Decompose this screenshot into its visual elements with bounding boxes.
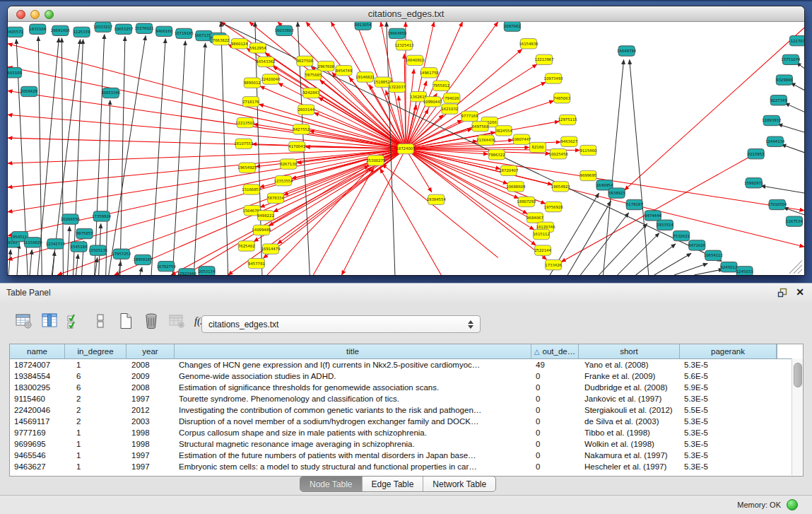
network-node-9896012[interactable]: 9896012 xyxy=(244,78,261,88)
network-node-1322037[interactable]: 1322037 xyxy=(389,82,406,92)
black-edge[interactable] xyxy=(580,213,628,275)
cell-name[interactable]: 9777169 xyxy=(10,427,65,438)
network-node-12213503[interactable]: 12213503 xyxy=(235,117,254,127)
network-node-7485063[interactable]: 7485063 xyxy=(553,93,570,103)
black-edge[interactable] xyxy=(95,257,98,275)
network-node-16033803[interactable]: 16033803 xyxy=(275,25,294,35)
black-edge[interactable] xyxy=(67,226,69,275)
black-edge[interactable] xyxy=(76,254,78,275)
network-node-9457791[interactable]: 9457791 xyxy=(248,258,265,268)
black-edge[interactable] xyxy=(140,267,142,275)
network-node-1125339[interactable]: 1125339 xyxy=(73,27,90,37)
red-edge[interactable] xyxy=(260,86,406,149)
table-row[interactable]: 1872400712008Changes of HCN gene express… xyxy=(10,359,803,370)
network-node-8215953[interactable]: 8215953 xyxy=(748,149,765,159)
cell-name[interactable]: 22420046 xyxy=(10,404,65,416)
network-node-18107553[interactable]: 18107553 xyxy=(234,139,253,148)
network-node-6179197[interactable]: 6179197 xyxy=(626,199,643,209)
network-node-12353554[interactable]: 12353554 xyxy=(274,175,294,185)
cell-name[interactable]: 9463627 xyxy=(10,461,65,472)
network-node-16782759[interactable]: 16782759 xyxy=(157,262,177,271)
black-edge[interactable] xyxy=(151,39,165,275)
network-node-9474444[interactable]: 9474444 xyxy=(645,211,661,221)
network-node-18807293[interactable]: 18807293 xyxy=(517,197,536,206)
cell-year[interactable]: 2008 xyxy=(126,382,175,393)
network-node-8813054[interactable]: 8813054 xyxy=(355,22,372,30)
cell-pagerank[interactable]: 5.6E-5 xyxy=(680,370,777,382)
network-node-8267130[interactable]: 8267130 xyxy=(280,159,297,169)
cell-year[interactable]: 1998 xyxy=(126,438,175,450)
network-node-12923448[interactable]: 12923448 xyxy=(177,269,197,275)
cell-pagerank[interactable]: 5.3E-5 xyxy=(680,416,777,427)
network-node-9227349[interactable]: 9227349 xyxy=(770,95,787,105)
network-node-9242843[interactable]: 9242843 xyxy=(302,88,319,98)
network-node-9860124[interactable]: 9860124 xyxy=(231,39,248,49)
black-edge[interactable] xyxy=(694,269,723,275)
tab-network-table[interactable]: Network Table xyxy=(423,477,495,491)
network-node-20206556[interactable]: 20206556 xyxy=(61,214,81,224)
network-node-9827508[interactable]: 9827508 xyxy=(296,56,313,66)
cell-title[interactable]: Corpus callosum shape and size in male p… xyxy=(175,427,531,438)
cell-pagerank[interactable]: 5.3E-5 xyxy=(680,359,777,370)
cell-pagerank[interactable]: 5.3E-5 xyxy=(680,461,777,472)
cell-year[interactable]: 1997 xyxy=(126,450,175,461)
network-node-19664950[interactable]: 19664950 xyxy=(387,28,407,38)
network-node-21364436[interactable]: 21364436 xyxy=(476,135,496,145)
red-edge[interactable] xyxy=(8,44,406,149)
network-node-10807447[interactable]: 10807447 xyxy=(512,134,531,144)
network-node-10688609[interactable]: 10688609 xyxy=(506,182,526,192)
black-edge[interactable] xyxy=(636,244,676,275)
network-node-12093832[interactable]: 12093832 xyxy=(762,115,781,125)
network-node-10719185[interactable]: 10719185 xyxy=(175,28,194,38)
cell-in_degree[interactable]: 1 xyxy=(65,438,126,450)
network-window-titlebar[interactable]: citations_edges.txt xyxy=(8,6,804,22)
cell-name[interactable]: 9699695 xyxy=(10,438,65,450)
table-row[interactable]: 1456911722003Disruption of a novel membe… xyxy=(10,416,803,427)
network-node-18720407[interactable]: 18720407 xyxy=(499,165,518,175)
network-node-1167534[interactable]: 1167534 xyxy=(786,216,803,226)
network-node-2522144[interactable]: 2522144 xyxy=(534,245,551,255)
cell-in_degree[interactable]: 1 xyxy=(65,427,126,438)
network-node-794028[interactable]: 794028 xyxy=(444,93,460,103)
column-header-short[interactable]: short xyxy=(579,344,680,358)
cell-in_degree[interactable]: 2 xyxy=(65,404,126,416)
network-node-7986322[interactable]: 7986322 xyxy=(488,150,505,160)
cell-title[interactable]: Genome-wide association studies in ADHD. xyxy=(175,370,531,382)
network-node-1545194[interactable]: 1545194 xyxy=(71,242,88,252)
network-node-16648784[interactable]: 16648784 xyxy=(617,46,637,56)
cell-title[interactable]: Investigating the contribution of common… xyxy=(175,404,531,416)
black-edge[interactable] xyxy=(791,83,804,90)
close-window-icon[interactable] xyxy=(16,10,25,19)
network-node-12213967[interactable]: 12213967 xyxy=(534,54,553,64)
black-edge[interactable] xyxy=(782,144,804,152)
network-node-8427552[interactable]: 8427552 xyxy=(293,124,310,134)
network-node-9777169[interactable]: 9777169 xyxy=(461,111,478,121)
float-window-icon[interactable] xyxy=(777,288,787,298)
cell-title[interactable]: Embryonic stem cells: a model to study s… xyxy=(175,461,531,472)
network-node-2933514[interactable]: 2933514 xyxy=(657,220,673,230)
red-edge[interactable] xyxy=(8,149,406,187)
cell-out_de[interactable]: 0 xyxy=(531,450,579,461)
clear-row-selection-icon[interactable] xyxy=(90,311,110,331)
network-table-select[interactable]: citations_edges.txt xyxy=(201,315,481,333)
network-node-3824554[interactable]: 3824554 xyxy=(495,126,512,136)
cell-year[interactable]: 2012 xyxy=(126,404,175,416)
cell-out_de[interactable]: 0 xyxy=(531,438,579,450)
network-node-121703[interactable]: 121703 xyxy=(789,35,804,45)
cell-short[interactable]: Stergiakouli et al. (2012) xyxy=(579,404,680,416)
cell-title[interactable]: Disruption of a novel member of a sodium… xyxy=(175,416,531,427)
cell-in_degree[interactable]: 6 xyxy=(65,382,126,393)
network-node-8471626[interactable]: 8471626 xyxy=(688,240,705,250)
cell-name[interactable]: 14569117 xyxy=(10,416,65,427)
cell-name[interactable]: 9465546 xyxy=(10,450,65,461)
network-node-2053134[interactable]: 2053134 xyxy=(199,267,216,275)
network-node-10653257[interactable]: 10653257 xyxy=(114,24,133,34)
network-node-2603109[interactable]: 2603109 xyxy=(8,68,22,78)
network-node-19384554[interactable]: 19384554 xyxy=(427,194,447,204)
network-window[interactable]: citations_edges.txt xyxy=(8,6,804,275)
table-row[interactable]: 1938455462009Genome-wide association stu… xyxy=(10,370,803,382)
cell-short[interactable]: de Silva et al. (2003) xyxy=(579,416,680,427)
table-row[interactable]: 946362711997Embryonic stem cells: a mode… xyxy=(10,461,803,472)
cell-pagerank[interactable]: 5.3E-5 xyxy=(680,427,777,438)
network-node-20053346[interactable]: 20053346 xyxy=(101,88,121,98)
